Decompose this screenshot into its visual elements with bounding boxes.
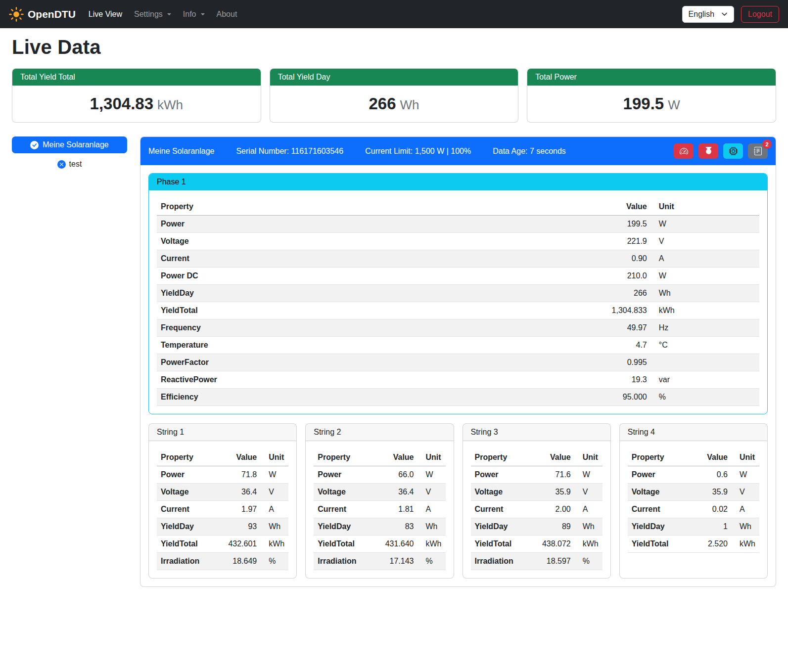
string-table-body: Power66.0WVoltage36.4VCurrent1.81AYieldD…	[314, 466, 445, 570]
table-row: YieldDay89Wh	[471, 518, 603, 536]
property-cell: Power	[471, 466, 529, 484]
phase-card-title: Phase 1	[149, 174, 767, 190]
property-cell: Temperature	[157, 337, 453, 354]
inverter-serial: Serial Number: 116171603546	[236, 147, 343, 156]
property-cell: Current	[314, 501, 372, 518]
summary-card-unit: kWh	[157, 97, 183, 112]
value-cell: 18.649	[215, 553, 261, 570]
table-row: Power0.6W	[628, 466, 759, 484]
string-card-title: String 1	[149, 424, 296, 441]
table-header-row: Property Value Unit	[628, 449, 759, 466]
event-count-badge: 2	[762, 139, 772, 149]
value-cell: 19.3	[453, 371, 651, 389]
property-cell: Voltage	[157, 233, 453, 250]
event-log-button[interactable]: 2	[748, 143, 768, 159]
value-cell: 0.02	[691, 501, 732, 518]
chevron-down-icon	[167, 13, 171, 15]
property-cell: Current	[157, 250, 453, 268]
table-row: ReactivePower19.3var	[157, 371, 759, 389]
property-cell: Voltage	[628, 484, 691, 501]
table-row: Voltage35.9V	[471, 484, 603, 501]
value-cell: 89	[529, 518, 574, 536]
device-info-button[interactable]	[723, 143, 743, 159]
power-button[interactable]	[698, 143, 718, 159]
column-header-unit: Unit	[732, 449, 759, 466]
unit-cell: V	[732, 484, 759, 501]
gauge-icon	[680, 147, 688, 155]
sidebar-item-test[interactable]: test	[12, 160, 127, 169]
unit-cell: V	[261, 484, 288, 501]
sun-logo-icon	[9, 7, 24, 22]
column-header-value: Value	[215, 449, 261, 466]
column-header-unit: Unit	[418, 449, 446, 466]
value-cell: 93	[215, 518, 261, 536]
summary-card-body: 266Wh	[270, 86, 518, 122]
value-cell: 210.0	[453, 268, 651, 285]
summary-card-title: Total Yield Day	[270, 69, 518, 86]
nav-item-label: Settings	[134, 10, 163, 19]
table-row: Frequency49.97Hz	[157, 319, 759, 337]
value-cell: 1.81	[372, 501, 417, 518]
nav-item-about[interactable]: About	[211, 6, 243, 23]
table-row: YieldDay266Wh	[157, 285, 759, 302]
logout-button[interactable]: Logout	[741, 6, 779, 23]
table-row: Irradiation17.143%	[314, 553, 445, 570]
column-header-unit: Unit	[651, 198, 759, 216]
unit-cell: Hz	[651, 319, 759, 337]
unit-cell: °C	[651, 337, 759, 354]
column-header-property: Property	[157, 449, 215, 466]
navbar-right: English Logout	[682, 6, 779, 23]
inverter-card-header: Meine Solaranlage Serial Number: 1161716…	[140, 137, 776, 165]
table-row: Efficiency95.000%	[157, 389, 759, 406]
column-header-value: Value	[453, 198, 651, 216]
string-table-body: Power71.6WVoltage35.9VCurrent2.00AYieldD…	[471, 466, 603, 570]
power-icon	[704, 147, 713, 155]
value-cell: 438.072	[529, 536, 574, 553]
unit-cell: Wh	[732, 518, 759, 536]
property-cell: YieldDay	[314, 518, 372, 536]
string-table-body: Power71.8WVoltage36.4VCurrent1.97AYieldD…	[157, 466, 288, 570]
nav-item-info[interactable]: Info	[177, 6, 211, 23]
value-cell: 1,304.833	[453, 302, 651, 319]
summary-cards-row: Total Yield Total 1,304.83kWh Total Yiel…	[12, 68, 776, 123]
navbar-brand[interactable]: OpenDTU	[9, 7, 76, 22]
table-row: YieldDay1Wh	[628, 518, 759, 536]
language-select[interactable]: English	[682, 6, 734, 23]
summary-card: Total Yield Day 266Wh	[270, 68, 519, 123]
string-card-title: String 2	[306, 424, 453, 441]
column-header-unit: Unit	[575, 449, 603, 466]
check-circle-icon	[30, 141, 39, 149]
nav-item-live-view[interactable]: Live View	[83, 6, 128, 23]
string-card: String 2 Property Value Unit Power66.0WV…	[305, 423, 454, 579]
value-cell: 36.4	[215, 484, 261, 501]
unit-cell: kWh	[575, 536, 603, 553]
summary-card: Total Power 199.5W	[527, 68, 776, 123]
table-row: Power71.6W	[471, 466, 603, 484]
unit-cell	[651, 354, 759, 371]
unit-cell: V	[575, 484, 603, 501]
summary-card-title: Total Power	[527, 69, 776, 86]
column-header-value: Value	[372, 449, 417, 466]
value-cell: 1.97	[215, 501, 261, 518]
value-cell: 221.9	[453, 233, 651, 250]
column-header-value: Value	[691, 449, 732, 466]
property-cell: Voltage	[471, 484, 529, 501]
unit-cell: W	[651, 216, 759, 233]
value-cell: 95.000	[453, 389, 651, 406]
table-row: Irradiation18.649%	[157, 553, 288, 570]
inverter-current-limit: Current Limit: 1,500 W | 100%	[365, 147, 471, 156]
property-cell: Power	[314, 466, 372, 484]
inverter-card: Meine Solaranlage Serial Number: 1161716…	[140, 136, 776, 587]
unit-cell: V	[418, 484, 446, 501]
value-cell: 0.6	[691, 466, 732, 484]
value-cell: 2.520	[691, 536, 732, 553]
limit-settings-button[interactable]	[674, 143, 694, 159]
value-cell: 71.8	[215, 466, 261, 484]
unit-cell: kWh	[418, 536, 446, 553]
inverter-card-body: Phase 1 Property Value Unit Power199.5WV…	[140, 165, 776, 586]
inverter-select-button[interactable]: Meine Solaranlage	[12, 136, 127, 153]
table-row: PowerFactor0.995	[157, 354, 759, 371]
nav-item-settings[interactable]: Settings	[128, 6, 177, 23]
property-cell: Power	[157, 216, 453, 233]
column-header-property: Property	[314, 449, 372, 466]
